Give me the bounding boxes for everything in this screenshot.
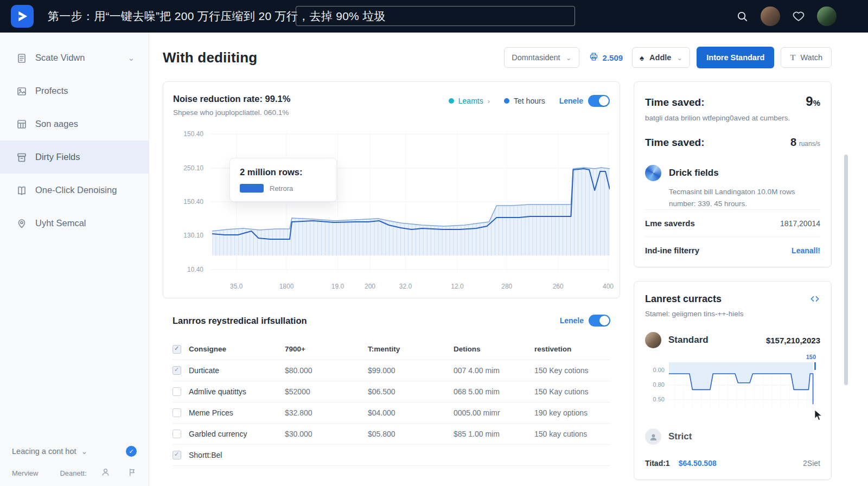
sidebar-item-label: Scate Vidwn	[35, 53, 85, 63]
table-title: Lanrros reystredical irfsullation	[173, 316, 307, 326]
mouse-cursor-icon	[814, 410, 822, 423]
sidebar-item-dirty-fields[interactable]: Dirty Fields	[0, 140, 149, 174]
tooltip-title: 2 million rows:	[240, 167, 327, 177]
pin-icon	[16, 218, 27, 229]
profile-avatar[interactable]	[817, 7, 837, 26]
filter-dropdown[interactable]: Domntasident ⌄	[504, 47, 579, 68]
card-subtitle: Stamel: geiigmen tins-++-hiels	[645, 310, 744, 318]
chevron-right-icon: ›	[488, 97, 490, 105]
search-icon[interactable]	[736, 10, 749, 23]
chart-tooltip: 2 million rows: Retrora	[229, 158, 337, 202]
card-title: Lanrest curracts	[645, 293, 744, 305]
app-logo[interactable]	[11, 5, 34, 28]
image-icon	[16, 86, 27, 97]
table-row: Meme Prices $32.800 $04.000 0005.00 mimr…	[173, 402, 610, 424]
table-row: Garbled currency $30.000 $05.800 $85 1.0…	[173, 424, 610, 445]
area-chart	[211, 131, 610, 278]
primary-action-button[interactable]: Intore Standard	[697, 47, 774, 68]
sidebar-item-label: Son aages	[35, 119, 78, 129]
footer-link-merview[interactable]: Merview	[12, 469, 38, 477]
count-value: 2.509	[603, 53, 623, 62]
legend-dot	[449, 98, 454, 104]
document-icon	[16, 53, 27, 63]
main-chart: 150.40250.10150.40130.1010.40 35.0180019…	[173, 131, 610, 293]
printer-icon	[589, 52, 599, 63]
row-checkbox[interactable]	[173, 387, 181, 396]
person-avatar	[645, 429, 661, 445]
sidebar-item-uyht-semcal[interactable]: Uyht Semcal	[0, 207, 149, 240]
row-checkbox[interactable]	[173, 430, 181, 438]
sidebar: Scate Vidwn ⌄ Profects Son aages	[0, 33, 149, 486]
sidebar-item-one-click-denoising[interactable]: One-Click Denoising	[0, 174, 149, 207]
meta-row-indine-filterry: Ind-ine filterry Leanall!	[645, 236, 820, 264]
sidebar-item-scate-vidwn[interactable]: Scate Vidwn ⌄	[0, 41, 149, 74]
table-row: Shortt:Bel	[173, 445, 610, 466]
spade-icon: ♠	[640, 53, 644, 62]
grid-icon	[16, 119, 27, 130]
table-section: Lanrros reystredical irfsullation Lenele…	[163, 315, 620, 466]
contract-row-strict[interactable]: Strict	[645, 429, 820, 445]
logo-icon	[14, 8, 30, 24]
chevron-down-icon[interactable]: ⌄	[81, 447, 88, 456]
row-checkbox[interactable]	[173, 366, 181, 375]
lanrest-curracts-card: Lanrest curracts Stamel: geiigmen tins-+…	[634, 281, 832, 480]
stat-label: Time saved:	[645, 97, 704, 108]
toggle-switch[interactable]	[588, 95, 610, 107]
flag-icon[interactable]	[127, 468, 137, 478]
x-axis-labels: 35.0180019.020032.012.0280260400	[211, 278, 610, 293]
user-avatar[interactable]	[761, 7, 780, 26]
toggle-switch[interactable]	[589, 315, 610, 327]
stat-value: 9	[806, 94, 813, 108]
spark-y-labels: 0.000.800.50	[645, 362, 665, 408]
feature-description: Tecmasint bill Landingaton 10.0M rows nu…	[645, 186, 820, 209]
header-checkbox[interactable]	[173, 345, 181, 354]
sidebar-item-profects[interactable]: Profects	[0, 74, 149, 107]
lenele-toggle-chart[interactable]: Lenele	[559, 95, 610, 107]
leanall-link[interactable]: Leanall!	[792, 246, 820, 255]
tooltip-swatch	[240, 184, 264, 193]
contracts-footer-row: Titad:1 $64.50.508 2Siet	[645, 459, 820, 468]
chart-subtitle: Shpese who jouplopcliattel. 060.1%	[173, 108, 290, 117]
footer-link-deanett[interactable]: Deanett:	[60, 469, 86, 477]
footer-status-label: Leacing a cont hot	[12, 447, 76, 456]
topbar: 第一步：用“一键去噪”把 200 万行压缩到 20 万行，去掉 90% 垃圾	[0, 0, 868, 33]
page-title: With dediiting	[163, 49, 257, 66]
code-icon[interactable]	[809, 293, 820, 304]
chevron-down-icon: ⌄	[127, 53, 135, 63]
legend-item-leamts[interactable]: Leamts ›	[449, 97, 490, 105]
swirl-icon	[645, 165, 661, 181]
sidebar-item-label: Dirty Fields	[35, 152, 80, 162]
archive-icon	[16, 152, 27, 163]
sidebar-item-son-aages[interactable]: Son aages	[0, 107, 149, 140]
chevron-down-icon: ⌄	[676, 54, 682, 62]
stat-description: batgli data brilion wtfeping0aved at cum…	[645, 114, 820, 122]
heart-icon[interactable]	[792, 10, 805, 23]
noise-reduction-chart-card: Noise reduction rate: 99.1% Shpese who j…	[163, 81, 620, 298]
sidebar-item-label: One-Click Denoising	[35, 185, 117, 195]
meta-row-lme-saverds: Lme saverds 1817,20014	[645, 209, 820, 236]
table-header-row: Consignee 7900+ T:mentity Detions restiv…	[173, 338, 610, 360]
time-saved-card: Time saved: 9% batgli data brilion wtfep…	[634, 81, 832, 267]
sparkline-chart	[669, 362, 816, 408]
chart-title: Noise reduction rate: 99.1%	[173, 94, 290, 104]
spark-max-label: 150	[806, 354, 816, 360]
category-dropdown[interactable]: ♠ Addle ⌄	[632, 47, 690, 68]
contract-row-standard[interactable]: Standard $157,210,2023	[645, 332, 820, 348]
count-indicator[interactable]: 2.509	[586, 52, 626, 63]
avatar	[645, 332, 661, 348]
book-icon	[16, 185, 27, 196]
stat-label: Time saved:	[645, 137, 704, 149]
row-checkbox[interactable]	[173, 408, 181, 417]
scrollbar-thumb[interactable]	[844, 155, 848, 385]
y-axis-labels: 150.40250.10150.40130.1010.40	[173, 131, 205, 278]
check-circle-icon[interactable]: ✓	[126, 446, 137, 457]
lenele-toggle-table[interactable]: Lenele	[560, 315, 610, 327]
sidebar-footer: Leacing a cont hot ⌄ ✓ Merview Deanett:	[0, 446, 149, 486]
person-icon[interactable]	[101, 468, 110, 478]
sidebar-item-label: Profects	[35, 86, 68, 96]
watch-button[interactable]: T Watch	[781, 47, 832, 68]
legend-item-tet-hours[interactable]: Tet hours	[504, 97, 545, 105]
spark-marker	[814, 362, 816, 370]
row-checkbox[interactable]	[173, 451, 181, 459]
table-row: Durticate $80.000 $99.000 007 4.00 mim 1…	[173, 360, 610, 381]
